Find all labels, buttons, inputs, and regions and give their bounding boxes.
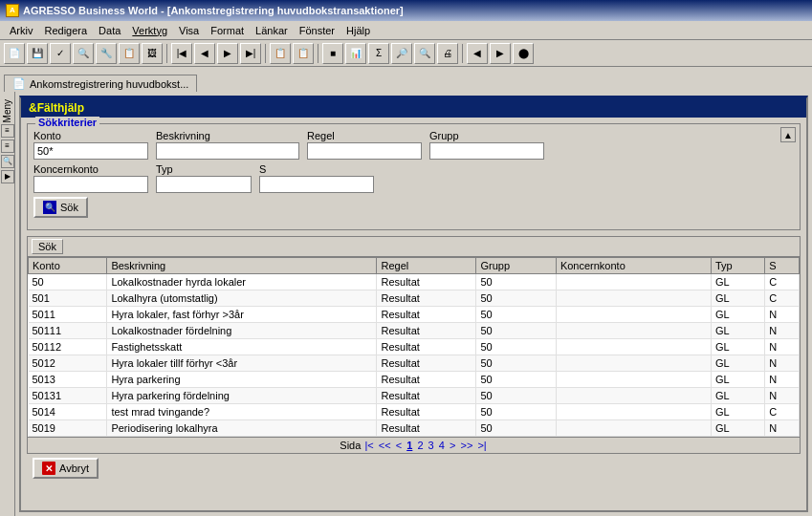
- toolbar-first[interactable]: |◀: [171, 43, 192, 64]
- menu-redigera[interactable]: Redigera: [38, 24, 93, 37]
- toolbar-print[interactable]: 🖨: [437, 43, 458, 64]
- toolbar-tool3[interactable]: 🖼: [142, 43, 163, 64]
- cell-3: 50: [476, 274, 556, 290]
- cell-2: Resultat: [377, 355, 476, 372]
- pagination-prev[interactable]: <: [396, 440, 402, 451]
- cell-5: GL: [711, 388, 764, 404]
- cell-2: Resultat: [377, 404, 476, 420]
- pagination-page3[interactable]: 3: [428, 440, 434, 451]
- toolbar-zoom2[interactable]: 🔍: [414, 43, 435, 64]
- main-tab[interactable]: 📄 Ankomstregistrering huvudbokst...: [4, 75, 197, 92]
- sidebar-btn2[interactable]: ≡: [1, 140, 14, 153]
- bottom-bar: ✕ Avbryt: [27, 454, 801, 483]
- table-row[interactable]: 5013Hyra parkeringResultat50GLN: [29, 372, 800, 388]
- pagination-prev2[interactable]: <<: [379, 440, 391, 451]
- label-beskrivning: Beskrivning: [156, 130, 299, 141]
- pagination-page2[interactable]: 2: [417, 440, 423, 451]
- left-sidebar: Meny ≡ ≡ 🔍 ▶: [0, 92, 15, 516]
- cell-3: 50: [476, 339, 556, 355]
- menu-format[interactable]: Format: [205, 24, 250, 37]
- sidebar-btn3[interactable]: 🔍: [1, 155, 14, 168]
- table-row[interactable]: 50111Lokalkostnader fördelningResultat50…: [29, 323, 800, 339]
- cell-1: Hyra parkering: [107, 372, 377, 388]
- pagination-next2[interactable]: >>: [460, 440, 472, 451]
- main-layout: Meny ≡ ≡ 🔍 ▶ &Fälthjälp Sökkriterier ▲ K…: [0, 92, 812, 516]
- input-beskrivning[interactable]: [156, 142, 299, 160]
- table-row[interactable]: 5012Hyra lokaler tillf förhyr <3årResult…: [29, 355, 800, 372]
- menu-data[interactable]: Data: [93, 24, 126, 37]
- pagination: Sida |< << < 1 2 3 4 > >> >|: [28, 437, 800, 453]
- toolbar-tool1[interactable]: 🔧: [96, 43, 117, 64]
- toolbar-last[interactable]: ▶|: [240, 43, 261, 64]
- cell-5: GL: [711, 420, 764, 437]
- input-typ[interactable]: [156, 176, 252, 193]
- menu-arkiv[interactable]: Arkiv: [4, 24, 38, 37]
- table-row[interactable]: 50131Hyra parkering fördelningResultat50…: [29, 388, 800, 404]
- cancel-button[interactable]: ✕ Avbryt: [33, 458, 99, 479]
- cell-0: 50: [29, 274, 107, 290]
- input-grupp[interactable]: [429, 142, 544, 160]
- cell-0: 5019: [29, 420, 107, 437]
- col-regel: Regel: [377, 258, 476, 274]
- toolbar-paste[interactable]: 📋: [293, 43, 314, 64]
- table-row[interactable]: 5011Hyra lokaler, fast förhyr >3årResult…: [29, 307, 800, 323]
- col-beskrivning: Beskrivning: [107, 258, 377, 274]
- table-row[interactable]: 50112FastighetsskattResultat50GLN: [29, 339, 800, 355]
- cell-5: GL: [711, 355, 764, 372]
- cell-5: GL: [711, 290, 764, 307]
- toolbar-sigma[interactable]: Σ: [368, 43, 389, 64]
- pagination-prefix: Sida: [340, 440, 361, 451]
- toolbar-forward[interactable]: ▶: [490, 43, 511, 64]
- cell-2: Resultat: [377, 323, 476, 339]
- menu-hjalp[interactable]: Hjälp: [340, 24, 376, 37]
- menu-visa[interactable]: Visa: [173, 24, 205, 37]
- pagination-first[interactable]: |<: [364, 440, 373, 451]
- input-koncernkonto[interactable]: [33, 176, 148, 193]
- collapse-button[interactable]: ▲: [780, 127, 796, 142]
- toolbar-zoom[interactable]: 🔎: [391, 43, 412, 64]
- sidebar-btn4[interactable]: ▶: [1, 170, 14, 183]
- toolbar-search[interactable]: 🔍: [73, 43, 94, 64]
- pagination-next[interactable]: >: [450, 440, 455, 451]
- field-regel: Regel: [307, 130, 422, 160]
- cancel-label: Avbryt: [59, 462, 89, 474]
- toolbar-next[interactable]: ▶: [217, 43, 238, 64]
- toolbar-chart[interactable]: 📊: [345, 43, 366, 64]
- pagination-page4[interactable]: 4: [439, 440, 445, 451]
- toolbar-square[interactable]: ■: [322, 43, 343, 64]
- toolbar-tool2[interactable]: 📋: [119, 43, 140, 64]
- cell-6: N: [765, 307, 800, 323]
- cell-6: C: [765, 290, 800, 307]
- cell-3: 50: [476, 404, 556, 420]
- results-sok-button[interactable]: Sök: [32, 239, 63, 254]
- toolbar-prev[interactable]: ◀: [194, 43, 215, 64]
- pagination-last[interactable]: >|: [477, 440, 486, 451]
- table-row[interactable]: 501Lokalhyra (utomstatlig)Resultat50GLC: [29, 290, 800, 307]
- input-konto[interactable]: [33, 142, 148, 160]
- toolbar-new[interactable]: 📄: [4, 43, 25, 64]
- toolbar-copy[interactable]: 📋: [270, 43, 291, 64]
- tab-area: 📄 Ankomstregistrering huvudbokst...: [0, 67, 812, 92]
- input-regel[interactable]: [307, 142, 422, 160]
- toolbar-save[interactable]: 💾: [27, 43, 48, 64]
- menu-fonster[interactable]: Fönster: [294, 24, 340, 37]
- menu-lankar[interactable]: Länkar: [250, 24, 294, 37]
- table-row[interactable]: 5019Periodisering lokalhyraResultat50GLN: [29, 420, 800, 437]
- toolbar-back[interactable]: ◀: [467, 43, 488, 64]
- tab-label: Ankomstregistrering huvudbokst...: [30, 78, 188, 90]
- cell-0: 50131: [29, 388, 107, 404]
- toolbar-sep1: [166, 44, 167, 63]
- input-s[interactable]: [259, 176, 374, 193]
- search-criteria-title: Sökkriterier: [35, 117, 99, 128]
- table-row[interactable]: 5014test mrad tvingande?Resultat50GLC: [29, 404, 800, 420]
- toolbar-check[interactable]: ✓: [50, 43, 71, 64]
- table-row[interactable]: 50Lokalkostnader hyrda lokalerResultat50…: [29, 274, 800, 290]
- sidebar-btn1[interactable]: ≡: [1, 124, 14, 138]
- sok-button[interactable]: 🔍 Sök: [33, 197, 88, 218]
- pagination-page1[interactable]: 1: [406, 440, 412, 451]
- menu-verktyg[interactable]: Verktyg: [126, 24, 173, 37]
- toolbar-circle[interactable]: ⬤: [513, 43, 534, 64]
- cell-2: Resultat: [377, 290, 476, 307]
- cell-4: [556, 388, 711, 404]
- cell-3: 50: [476, 307, 556, 323]
